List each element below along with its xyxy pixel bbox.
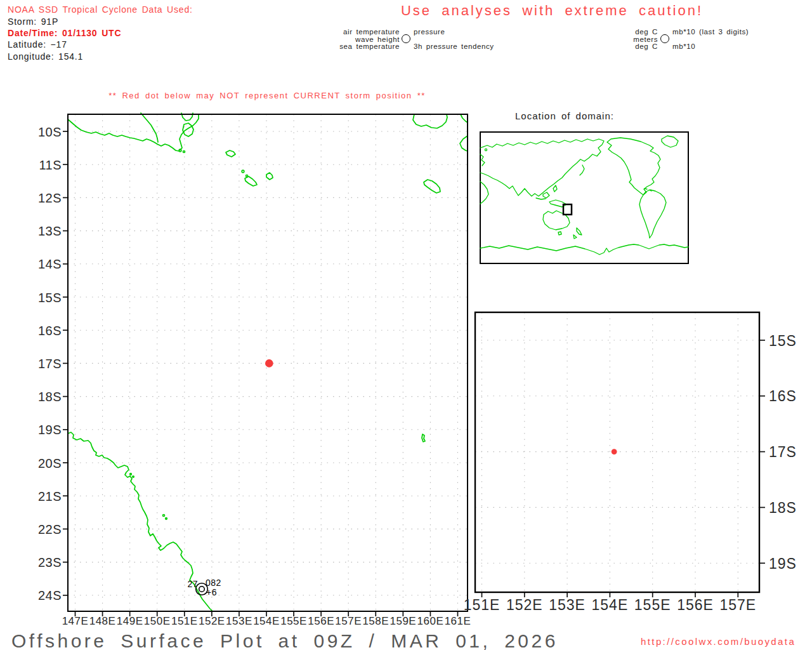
- main-map: 147E148E149E150E151E152E153E154E155E156E…: [38, 113, 471, 627]
- lat-tick-label: 10S: [38, 125, 62, 139]
- lon-tick-label: 152E: [506, 597, 543, 613]
- legend-wave-height-label: wave height: [327, 36, 400, 43]
- world-borneo: [543, 192, 549, 198]
- lon-tick-label: 155E: [280, 615, 307, 627]
- lon-tick-label: 151E: [171, 615, 198, 627]
- lon-tick-label: 154E: [253, 615, 280, 627]
- small-island: [130, 474, 132, 475]
- lat-tick-label: 20S: [38, 456, 62, 470]
- island-rennell: [424, 180, 440, 193]
- units-wave-height: meters: [609, 36, 658, 43]
- lon-tick-label: 151E: [464, 597, 501, 613]
- world-japan: [580, 165, 584, 175]
- lon-tick-label: 149E: [117, 615, 143, 627]
- station-circle-icon: [402, 34, 410, 43]
- lat-tick-label: 22S: [38, 522, 62, 536]
- legend-pressure-label: pressure: [414, 28, 445, 36]
- station-plot: 27 082 +6: [187, 578, 221, 597]
- world-greenland: [662, 136, 678, 147]
- small-island: [242, 170, 244, 173]
- island-woodlark: [226, 150, 235, 157]
- longitude-line: Longitude: 154.1: [8, 51, 83, 62]
- lat-tick-label: 15S: [38, 291, 62, 305]
- island-tagula: [245, 176, 257, 186]
- island-san-cristobal: [460, 136, 468, 151]
- station-circle-inner: [199, 587, 205, 592]
- lon-tick-label: 152E: [199, 615, 225, 627]
- world-australia: [543, 211, 570, 230]
- small-island: [133, 476, 134, 477]
- world-north-america: [607, 138, 660, 195]
- small-island-sliver: [422, 434, 425, 442]
- units-sea-temperature: deg C: [609, 43, 658, 50]
- lat-tick-label: 19S: [769, 555, 797, 572]
- lon-tick-label: 148E: [89, 615, 116, 627]
- station-circle-icon-units: [660, 34, 669, 43]
- world-south-america: [639, 190, 666, 238]
- lon-tick-label: 154E: [592, 597, 629, 613]
- lon-tick-label: 153E: [549, 597, 586, 613]
- storm-position-warning: ** Red dot below may NOT represent CURRE…: [77, 91, 457, 100]
- lat-tick-label: 12S: [38, 191, 62, 205]
- datetime-line: Date/Time: 01/1130 UTC: [8, 28, 121, 38]
- coastline-papua-east: [141, 113, 158, 142]
- world-inset-title: Location of domain:: [501, 110, 628, 121]
- detail-map-grid: 151E152E153E154E155E156E157E15S16S17S18S…: [464, 312, 797, 613]
- latitude-line: Latitude: −17: [8, 39, 67, 50]
- units-pressure: mb*10 (last 3 digits): [672, 28, 749, 36]
- lat-tick-label: 17S: [769, 444, 797, 460]
- island-dentrecasteaux-south: [183, 123, 193, 136]
- lat-tick-label: 16S: [769, 388, 797, 404]
- lon-tick-label: 157E: [719, 597, 756, 613]
- lon-tick-label: 153E: [226, 615, 252, 627]
- detail-map-frame: [475, 312, 759, 592]
- offshore-surface-plot-page: 147E148E149E150E151E152E153E154E155E156E…: [0, 0, 812, 650]
- coastline-papua-new-guinea: [68, 114, 199, 151]
- legend-pressure-tendency-label: 3h pressure tendency: [414, 43, 494, 50]
- lat-tick-label: 21S: [38, 489, 62, 503]
- world-tasmania: [558, 232, 561, 235]
- lon-tick-label: 158E: [362, 615, 389, 627]
- plot-title: Offshore Surface Plot at 09Z / MAR 01, 2…: [11, 630, 558, 650]
- legend-air-temperature-label: air temperature: [327, 28, 400, 36]
- world-britain: [485, 149, 487, 150]
- island-rossel: [266, 173, 273, 180]
- lon-tick-label: 150E: [144, 615, 171, 627]
- lon-tick-label: 156E: [308, 615, 334, 627]
- main-map-grid: 147E148E149E150E151E152E153E154E155E156E…: [38, 114, 471, 627]
- world-indonesia: [536, 198, 546, 199]
- lat-tick-label: 15S: [769, 333, 797, 349]
- small-island: [183, 151, 185, 153]
- detail-map: 151E152E153E154E155E156E157E15S16S17S18S…: [464, 312, 797, 613]
- lat-tick-label: 11S: [39, 158, 62, 172]
- caution-banner: Use analyses with extreme caution!: [355, 3, 749, 19]
- lon-tick-label: 160E: [417, 615, 444, 627]
- small-island: [163, 515, 165, 517]
- lon-tick-label: 147E: [62, 615, 89, 627]
- world-inset-map: [480, 132, 688, 263]
- world-eurasia: [480, 139, 604, 196]
- station-pressure: 082: [206, 578, 221, 588]
- lat-tick-label: 18S: [769, 500, 797, 516]
- source-url: http://coolwx.com/buoydata: [641, 636, 796, 647]
- storm-position-dot: [265, 359, 273, 368]
- world-new-zealand: [573, 228, 582, 239]
- storm-position-dot-detail: [612, 449, 617, 454]
- lat-tick-label: 13S: [38, 224, 62, 238]
- island-top-right: [461, 114, 468, 123]
- units-pressure-tendency: mb*10: [672, 43, 695, 50]
- lat-tick-label: 17S: [38, 357, 62, 371]
- lon-tick-label: 157E: [335, 615, 362, 627]
- legend-sea-temperature-label: sea temperature: [327, 43, 400, 50]
- lat-tick-label: 19S: [38, 423, 62, 437]
- station-pressure-tendency: +6: [206, 587, 217, 597]
- station-air-temperature: 27: [187, 579, 198, 589]
- lon-tick-label: 155E: [634, 597, 671, 613]
- lat-tick-label: 24S: [38, 588, 62, 602]
- lat-tick-label: 18S: [38, 390, 62, 404]
- world-antarctica: [480, 244, 688, 255]
- lat-tick-label: 14S: [38, 257, 62, 271]
- lon-tick-label: 159E: [390, 615, 416, 627]
- world-europe-detail: [480, 154, 485, 166]
- data-source-line: NOAA SSD Tropical Cyclone Data Used:: [8, 4, 193, 15]
